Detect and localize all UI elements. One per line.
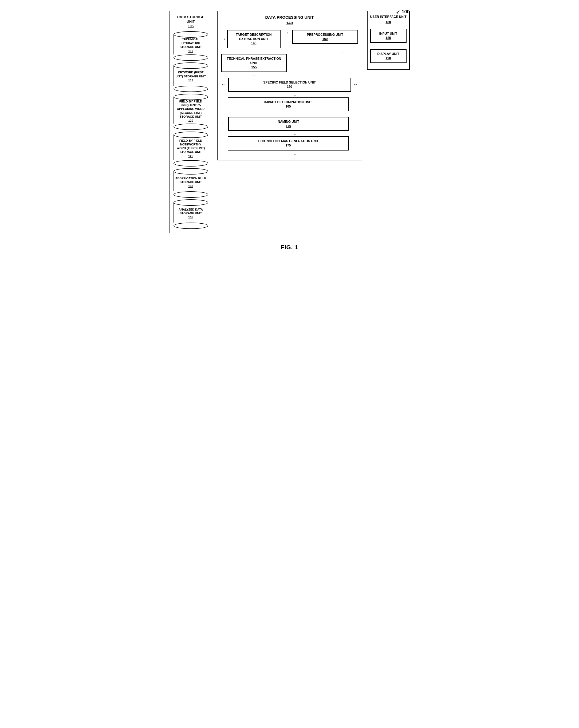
cyl-label-130: ABBREVIATION RULE STORAGE UNIT xyxy=(175,176,206,184)
data-storage-column: DATA STORAGE UNIT 105 TECHNICAL LITERATU… xyxy=(170,11,212,233)
cyl-num-115: 115 xyxy=(188,79,193,82)
cyl-top-130 xyxy=(174,168,208,175)
specific-field-box: SPECIFIC FIELD SELECTION UNIT 160 xyxy=(228,78,351,92)
proc-title: DATA PROCESSING UNIT xyxy=(265,15,314,20)
cyl-top-125 xyxy=(174,132,208,138)
target-desc-box: TARGET DESCRIPTION EXTRACTION UNIT 145 xyxy=(227,30,281,48)
arrow-down-container-4: ↓ xyxy=(221,111,358,117)
main-area: ↙ 100 DATA STORAGE UNIT 105 TECHNICAL LI… xyxy=(170,11,410,233)
proc-row-3: ↔ SPECIFIC FIELD SELECTION UNIT 160 ↔ xyxy=(221,78,358,92)
arrow-down-6: ↓ xyxy=(294,151,296,156)
figure-label: FIG. 1 xyxy=(281,244,298,251)
cyl-top-120 xyxy=(174,94,208,100)
arrow-down-container-6: ↓ xyxy=(221,151,358,156)
cylinder-115: KEYWORD (FIRST LIST) STORAGE UNIT 115 xyxy=(174,62,208,92)
ui-title: USER INTERFACE UNIT xyxy=(370,15,407,19)
arrow-target-to-preprocessing: → xyxy=(284,30,289,35)
preprocessing-box: PREPROCESSING UNIT 150 xyxy=(292,30,358,44)
ref-number: 100 xyxy=(401,9,409,15)
arrow-down-container-5: ↓ xyxy=(221,131,358,136)
arrow-into-target: → xyxy=(221,36,226,42)
proc-row-6: TECHNOLOGY MAP GENERATION UNIT 175 xyxy=(221,136,358,150)
arrow-down-4: ↓ xyxy=(294,111,296,117)
cyl-bottom-130 xyxy=(174,191,208,198)
arrow-down-2: ↓ xyxy=(253,72,255,78)
ref-arrow: ↙ xyxy=(396,8,400,15)
cyl-bottom-125 xyxy=(174,160,208,166)
cyl-num-130: 130 xyxy=(188,184,193,188)
cyl-body-125: FIELD-BY-FIELD NOTEWORTHY WORD (THIRD LI… xyxy=(174,135,208,160)
cyl-label-125: FIELD-BY-FIELD NOTEWORTHY WORD (THIRD LI… xyxy=(175,139,206,154)
data-storage-title: DATA STORAGE UNIT 105 xyxy=(177,15,204,29)
proc-row-2: TECHNICAL PHRASE EXTRACTION UNIT 155 xyxy=(221,54,358,72)
tech-phrase-box: TECHNICAL PHRASE EXTRACTION UNIT 155 xyxy=(221,54,287,72)
proc-inner: → TARGET DESCRIPTION EXTRACTION UNIT 145… xyxy=(221,30,358,156)
tech-phrase-arrow-down: ↓ xyxy=(221,72,287,78)
data-processing-column: DATA PROCESSING UNIT 140 → TARGET DESCRI… xyxy=(217,11,362,160)
cyl-body-120: FIELD-BY-FIELD FREQUENTLY-APPEARING WORD… xyxy=(174,97,208,124)
cyl-num-135: 135 xyxy=(188,216,193,219)
cylinder-125: FIELD-BY-FIELD NOTEWORTHY WORD (THIRD LI… xyxy=(174,132,208,166)
cyl-bottom-115 xyxy=(174,86,208,92)
cyl-num-125: 125 xyxy=(188,155,193,158)
cylinder-135: ANALYZED DATA STORAGE UNIT 135 xyxy=(174,199,208,229)
impact-det-box: IMPACT DETERMINATION UNIT 165 xyxy=(228,97,349,111)
cyl-label-115: KEYWORD (FIRST LIST) STORAGE UNIT xyxy=(175,71,206,78)
cylinder-120: FIELD-BY-FIELD FREQUENTLY-APPEARING WORD… xyxy=(174,94,208,130)
arrow-down-1: ↓ xyxy=(342,48,344,54)
arrow-down-container-3: ↓ xyxy=(221,92,358,97)
proc-number: 140 xyxy=(286,21,293,25)
arrow-naming-to-storage: ← xyxy=(221,121,226,127)
proc-row-4: IMPACT DETERMINATION UNIT 165 xyxy=(221,97,358,111)
proc-row-1: → TARGET DESCRIPTION EXTRACTION UNIT 145… xyxy=(221,30,358,48)
arrow-ui-to-specific: ↔ xyxy=(353,82,358,87)
arrow-down-container-1: ↓ xyxy=(221,48,358,54)
cyl-num-110: 110 xyxy=(188,49,193,53)
cyl-label-120: FIELD-BY-FIELD FREQUENTLY-APPEARING WORD… xyxy=(175,100,206,119)
cyl-top-135 xyxy=(174,199,208,206)
cyl-bottom-120 xyxy=(174,124,208,130)
spacer-right xyxy=(287,72,358,78)
cyl-bottom-135 xyxy=(174,223,208,229)
input-unit-box: INPUT UNIT 185 xyxy=(370,29,407,43)
cylinder-130: ABBREVIATION RULE STORAGE UNIT 130 xyxy=(174,168,208,198)
cyl-label-135: ANALYZED DATA STORAGE UNIT xyxy=(175,208,206,215)
cyl-label-110: TECHNICAL LITERATURE STORAGE UNIT xyxy=(175,37,206,49)
arrow-down-5: ↓ xyxy=(294,131,296,136)
display-unit-box: DISPLAY UNIT 190 xyxy=(370,49,407,63)
reference-100: ↙ 100 xyxy=(396,8,409,15)
cyl-top-115 xyxy=(174,62,208,69)
target-desc-wrapper: → TARGET DESCRIPTION EXTRACTION UNIT 145 xyxy=(221,30,281,48)
arrow-left-right-120: ↔ xyxy=(221,82,226,87)
diagram-container: ↙ 100 DATA STORAGE UNIT 105 TECHNICAL LI… xyxy=(170,11,410,251)
naming-box: NAMING UNIT 170 xyxy=(228,117,349,131)
tech-map-box: TECHNOLOGY MAP GENERATION UNIT 175 xyxy=(228,136,349,150)
cyl-num-120: 120 xyxy=(188,119,193,122)
proc-row-5: ← NAMING UNIT 170 xyxy=(221,117,358,131)
cyl-top-110 xyxy=(174,31,208,37)
arrow-down-3: ↓ xyxy=(294,92,296,97)
user-interface-column: USER INTERFACE UNIT 180 INPUT UNIT 185 D… xyxy=(367,11,410,70)
cylinder-110: TECHNICAL LITERATURE STORAGE UNIT 110 xyxy=(174,31,208,61)
arrow-layout-2: ↓ xyxy=(221,72,358,78)
ui-number: 180 xyxy=(385,20,391,24)
cyl-bottom-110 xyxy=(174,54,208,61)
